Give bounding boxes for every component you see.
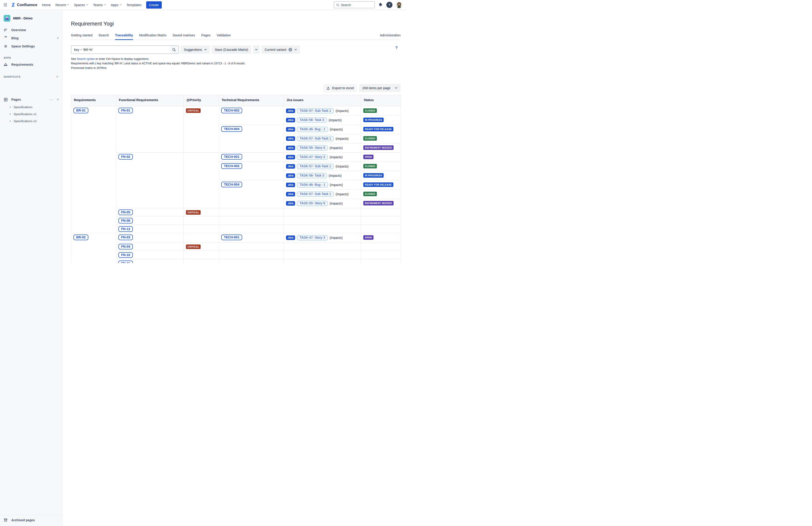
cell-fn: FN-02 <box>116 153 184 208</box>
tab-modification-matrix[interactable]: Modification Matrix <box>139 33 166 40</box>
save-cascade-matrix-button[interactable]: Save (Cascade Matrix) <box>212 45 251 54</box>
sidebar-item-blog[interactable]: ” Blog + <box>0 34 62 42</box>
sidebar-item-overview[interactable]: Overview <box>0 26 62 34</box>
app-switcher-icon[interactable] <box>4 3 7 6</box>
priority-badge: CRITICAL <box>186 210 201 215</box>
requirement-pill[interactable]: FN-10 <box>118 252 133 258</box>
sidebar-page-specifications-v1[interactable]: • Specifications v1 <box>0 110 62 118</box>
help-icon[interactable]: ? <box>386 2 392 8</box>
jira-lozenge: JIRA <box>286 155 295 160</box>
chevron-down-icon <box>67 4 69 6</box>
results-summary: Requirements with ( key matching 'BR-%' … <box>71 62 401 65</box>
pages-more-icon[interactable]: ··· <box>49 98 53 101</box>
requirement-pill[interactable]: FN-01 <box>118 108 133 113</box>
bullet-icon: • <box>10 112 11 116</box>
jira-issue-link[interactable]: TASK-57- Sub-Task 1 <box>297 164 334 169</box>
requirement-pill[interactable]: BR-02 <box>73 235 88 240</box>
requirement-pill[interactable]: FN-04 <box>118 244 133 250</box>
tab-validation[interactable]: Validation <box>217 33 231 40</box>
tab-administration[interactable]: Administration <box>380 33 401 40</box>
suggestions-button[interactable]: Suggestions <box>181 45 210 54</box>
requirement-pill[interactable]: TECH-002 <box>221 163 242 169</box>
tab-getting-started[interactable]: Getting started <box>71 33 92 40</box>
nav-apps[interactable]: Apps <box>111 3 122 7</box>
cell-fn: FN-12 <box>116 225 184 233</box>
requirement-pill[interactable]: FN-11 <box>118 260 133 263</box>
jira-issue-link[interactable]: TASK-56- Task 3 <box>297 117 327 123</box>
search-icon <box>172 48 176 52</box>
impacts-label: (impacts) <box>330 201 343 205</box>
tab-search[interactable]: Search <box>99 33 109 40</box>
bullet-icon: • <box>10 119 11 123</box>
sidebar-item-pages[interactable]: Pages ··· + <box>0 95 62 104</box>
cell-jira <box>284 242 361 251</box>
add-page-icon[interactable]: + <box>57 97 59 102</box>
global-search-input[interactable] <box>341 3 372 7</box>
search-syntax-link[interactable]: Search syntax <box>77 57 95 60</box>
notifications-bell-icon[interactable] <box>378 2 383 8</box>
jira-issue-link[interactable]: TASK-47- Story 3 <box>297 235 328 240</box>
requirement-pill[interactable]: FN-03 <box>118 235 133 240</box>
run-search-button[interactable] <box>170 46 178 54</box>
jira-issue-link[interactable]: TASK-55- Story 9 <box>297 201 328 206</box>
space-header[interactable]: MBR - Démo <box>0 10 62 22</box>
global-search[interactable] <box>334 1 375 9</box>
sidebar-page-specifications-v2[interactable]: • Specifications v2 <box>0 118 62 125</box>
table-row: BR-01FN-01CRITICALTECH-002JIRATASK-57- S… <box>71 106 401 116</box>
tab-traceability[interactable]: Traceability <box>115 33 133 40</box>
cell-status: CLOSED <box>361 190 401 199</box>
nav-recent[interactable]: Recent <box>56 3 69 7</box>
query-input[interactable] <box>71 46 170 54</box>
jira-lozenge: JIRA <box>286 236 295 240</box>
matrix-body: BR-01FN-01CRITICALTECH-002JIRATASK-57- S… <box>71 106 401 263</box>
chevron-down-icon <box>204 49 207 50</box>
clear-variant-icon[interactable]: × <box>289 48 292 51</box>
jira-issue-link[interactable]: TASK-46- Bug - 1 <box>297 127 328 132</box>
sidebar-item-requirements[interactable]: Requirements <box>0 60 62 69</box>
nav-spaces[interactable]: Spaces <box>74 3 88 7</box>
requirement-pill[interactable]: TECH-001 <box>221 235 242 240</box>
cell-tech <box>219 242 284 251</box>
sidebar-page-specifications[interactable]: • Specifications <box>0 104 62 110</box>
jira-issue-link[interactable]: TASK-57- Sub-Task 1 <box>297 192 334 197</box>
items-per-page-select[interactable]: 200 items per page <box>359 84 401 92</box>
jira-issue-link[interactable]: TASK-46- Bug - 1 <box>297 182 328 187</box>
jira-issue-link[interactable]: TASK-57- Sub-Task 1 <box>297 136 334 141</box>
requirement-pill[interactable]: FN-02 <box>118 154 133 160</box>
jira-issue-link[interactable]: TASK-57- Sub-Task 1 <box>297 108 334 114</box>
requirement-pill[interactable]: TECH-004 <box>221 182 242 187</box>
tab-saved-matrixes[interactable]: Saved matrixes <box>173 33 195 40</box>
avatar[interactable] <box>396 2 402 8</box>
jira-issue-link[interactable]: TASK-55- Story 9 <box>297 145 328 151</box>
table-row: FN-11 <box>71 259 401 263</box>
jira-issue-link[interactable]: TASK-47- Story 3 <box>297 154 328 160</box>
tab-pages[interactable]: Pages <box>201 33 211 40</box>
requirement-pill[interactable]: TECH-002 <box>221 108 242 113</box>
create-button[interactable]: Create <box>146 1 162 9</box>
nav-home[interactable]: Home <box>42 3 51 7</box>
nav-templates[interactable]: Templates <box>127 3 142 7</box>
requirement-pill[interactable]: BR-01 <box>73 108 88 113</box>
requirement-pill[interactable]: FN-12 <box>118 226 133 232</box>
variant-select[interactable]: Current variant × <box>261 45 300 54</box>
requirement-pill[interactable]: TECH-001 <box>221 154 242 160</box>
nav-teams[interactable]: Teams <box>93 3 106 7</box>
help-link-icon[interactable]: ? <box>395 46 397 50</box>
cell-fn: FN-04 <box>116 242 184 251</box>
add-blog-icon[interactable]: + <box>57 36 59 40</box>
impacts-label: (impacts) <box>330 236 343 240</box>
cell-pr: CRITICAL <box>184 208 219 216</box>
confluence-logo[interactable]: Confluence <box>11 2 37 7</box>
requirement-pill[interactable]: FN-08 <box>118 218 133 224</box>
add-shortcut-icon[interactable]: + <box>56 75 59 79</box>
cell-tech <box>219 251 284 259</box>
jira-lozenge: JIRA <box>286 183 295 187</box>
sidebar-item-space-settings[interactable]: Space Settings <box>0 42 62 50</box>
save-options-button[interactable] <box>253 45 260 54</box>
chevron-down-icon <box>395 87 397 89</box>
jira-issue-link[interactable]: TASK-56- Task 3 <box>297 173 327 178</box>
chevron-down-icon <box>294 49 297 50</box>
export-to-excel-button[interactable]: Export to excel <box>323 84 357 92</box>
requirement-pill[interactable]: FN-05 <box>118 210 133 215</box>
requirement-pill[interactable]: TECH-004 <box>221 126 242 132</box>
